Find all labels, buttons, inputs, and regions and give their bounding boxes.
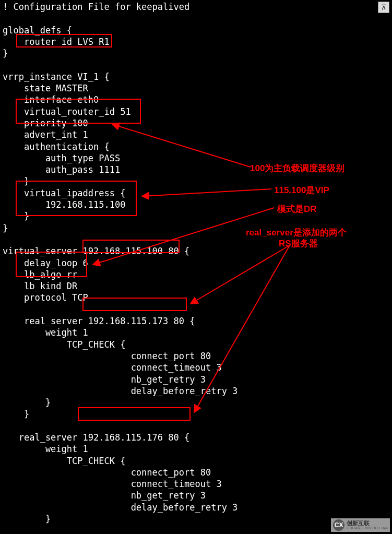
- annotation-priority: 100为主负载调度器级别: [250, 162, 345, 174]
- watermark-logo-icon: CX: [333, 519, 345, 531]
- highlight-lb: [16, 252, 87, 277]
- annotation-vip: 115.100是VIP: [274, 184, 329, 196]
- annotation-dr: 模式是DR: [277, 203, 317, 215]
- highlight-vs-ip: [82, 240, 180, 253]
- pin-icon[interactable]: ⊼: [378, 2, 389, 13]
- watermark: CX 创新互联 CHUANG XIN HU LIAN: [331, 518, 390, 532]
- watermark-en: CHUANG XIN HU LIAN: [347, 526, 388, 530]
- highlight-rs1: [82, 298, 187, 311]
- highlight-router-id: [16, 34, 112, 48]
- annotation-rs-line1: real_server是添加的两个: [246, 227, 347, 239]
- highlight-vrid-priority: [16, 99, 141, 124]
- highlight-rs2: [78, 407, 191, 421]
- highlight-virtual-ip: [16, 181, 137, 216]
- pin-glyph: ⊼: [381, 3, 386, 11]
- annotation-rs-line2: RS服务器: [279, 238, 318, 250]
- watermark-cn: 创新互联: [347, 520, 388, 526]
